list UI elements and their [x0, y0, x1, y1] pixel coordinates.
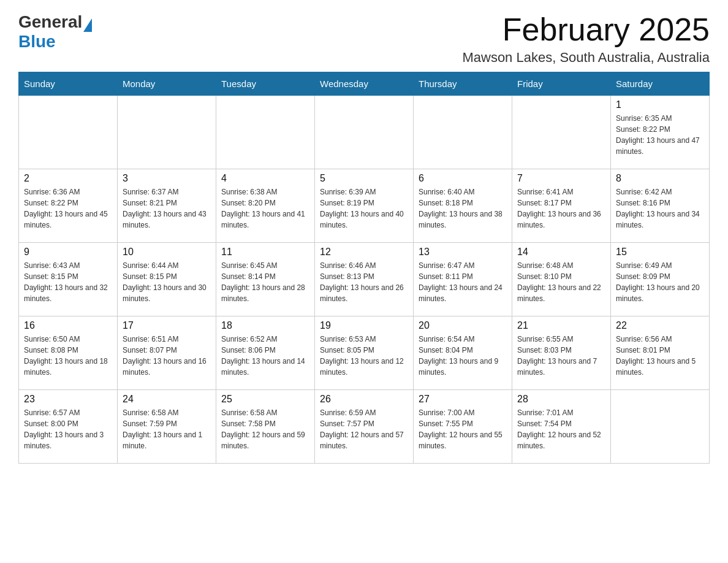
day-info: Sunrise: 7:01 AM Sunset: 7:54 PM Dayligh… [517, 407, 605, 451]
day-number: 5 [320, 173, 408, 184]
day-info: Sunrise: 6:35 AM Sunset: 8:22 PM Dayligh… [616, 113, 704, 157]
day-number: 24 [123, 394, 211, 405]
calendar-title: February 2025 [462, 12, 710, 47]
day-info: Sunrise: 6:47 AM Sunset: 8:11 PM Dayligh… [419, 260, 507, 304]
logo-general-text: General [18, 12, 82, 32]
day-cell [216, 96, 315, 169]
day-info: Sunrise: 6:43 AM Sunset: 8:15 PM Dayligh… [24, 260, 112, 304]
day-number: 20 [419, 320, 507, 331]
day-info: Sunrise: 6:53 AM Sunset: 8:05 PM Dayligh… [320, 334, 408, 378]
header-sunday: Sunday [19, 72, 118, 96]
day-info: Sunrise: 6:50 AM Sunset: 8:08 PM Dayligh… [24, 334, 112, 378]
day-info: Sunrise: 6:59 AM Sunset: 7:57 PM Dayligh… [320, 407, 408, 451]
day-cell: 15Sunrise: 6:49 AM Sunset: 8:09 PM Dayli… [611, 243, 710, 316]
day-cell: 18Sunrise: 6:52 AM Sunset: 8:06 PM Dayli… [216, 316, 315, 390]
calendar-header: Sunday Monday Tuesday Wednesday Thursday… [19, 72, 710, 96]
day-info: Sunrise: 6:45 AM Sunset: 8:14 PM Dayligh… [221, 260, 309, 304]
calendar-subtitle: Mawson Lakes, South Australia, Australia [462, 50, 710, 66]
day-info: Sunrise: 6:52 AM Sunset: 8:06 PM Dayligh… [221, 334, 309, 378]
header-wednesday: Wednesday [315, 72, 414, 96]
day-number: 26 [320, 394, 408, 405]
day-cell: 24Sunrise: 6:58 AM Sunset: 7:59 PM Dayli… [118, 390, 216, 464]
day-cell: 6Sunrise: 6:40 AM Sunset: 8:18 PM Daylig… [414, 169, 512, 243]
day-info: Sunrise: 6:42 AM Sunset: 8:16 PM Dayligh… [616, 186, 704, 231]
day-number: 10 [123, 247, 211, 258]
day-cell: 19Sunrise: 6:53 AM Sunset: 8:05 PM Dayli… [315, 316, 414, 390]
header-tuesday: Tuesday [216, 72, 315, 96]
day-cell: 17Sunrise: 6:51 AM Sunset: 8:07 PM Dayli… [118, 316, 216, 390]
day-number: 27 [419, 394, 507, 405]
day-info: Sunrise: 6:49 AM Sunset: 8:09 PM Dayligh… [616, 260, 704, 304]
day-cell: 9Sunrise: 6:43 AM Sunset: 8:15 PM Daylig… [19, 243, 118, 316]
week-row-3: 9Sunrise: 6:43 AM Sunset: 8:15 PM Daylig… [19, 243, 710, 316]
day-number: 21 [517, 320, 605, 331]
day-cell: 14Sunrise: 6:48 AM Sunset: 8:10 PM Dayli… [512, 243, 611, 316]
day-cell: 22Sunrise: 6:56 AM Sunset: 8:01 PM Dayli… [611, 316, 710, 390]
logo-blue-text: Blue [18, 32, 56, 52]
day-number: 14 [517, 247, 605, 258]
day-info: Sunrise: 6:54 AM Sunset: 8:04 PM Dayligh… [419, 334, 507, 378]
day-cell [19, 96, 118, 169]
day-number: 22 [616, 320, 704, 331]
day-cell: 10Sunrise: 6:44 AM Sunset: 8:15 PM Dayli… [118, 243, 216, 316]
page-header: General Blue February 2025 Mawson Lakes,… [18, 12, 710, 66]
day-cell: 26Sunrise: 6:59 AM Sunset: 7:57 PM Dayli… [315, 390, 414, 464]
calendar-body: 1Sunrise: 6:35 AM Sunset: 8:22 PM Daylig… [19, 96, 710, 464]
day-info: Sunrise: 6:41 AM Sunset: 8:17 PM Dayligh… [517, 186, 605, 231]
day-info: Sunrise: 6:51 AM Sunset: 8:07 PM Dayligh… [123, 334, 211, 378]
day-cell [414, 96, 512, 169]
calendar-table: Sunday Monday Tuesday Wednesday Thursday… [18, 72, 710, 464]
day-number: 8 [616, 173, 704, 184]
day-cell: 4Sunrise: 6:38 AM Sunset: 8:20 PM Daylig… [216, 169, 315, 243]
week-row-5: 23Sunrise: 6:57 AM Sunset: 8:00 PM Dayli… [19, 390, 710, 464]
day-info: Sunrise: 6:40 AM Sunset: 8:18 PM Dayligh… [419, 186, 507, 231]
day-cell: 2Sunrise: 6:36 AM Sunset: 8:22 PM Daylig… [19, 169, 118, 243]
day-number: 19 [320, 320, 408, 331]
day-info: Sunrise: 6:55 AM Sunset: 8:03 PM Dayligh… [517, 334, 605, 378]
week-row-2: 2Sunrise: 6:36 AM Sunset: 8:22 PM Daylig… [19, 169, 710, 243]
day-info: Sunrise: 6:58 AM Sunset: 7:59 PM Dayligh… [123, 407, 211, 451]
day-info: Sunrise: 6:44 AM Sunset: 8:15 PM Dayligh… [123, 260, 211, 304]
day-number: 23 [24, 394, 112, 405]
weekday-header-row: Sunday Monday Tuesday Wednesday Thursday… [19, 72, 710, 96]
day-number: 2 [24, 173, 112, 184]
day-cell: 23Sunrise: 6:57 AM Sunset: 8:00 PM Dayli… [19, 390, 118, 464]
day-info: Sunrise: 6:46 AM Sunset: 8:13 PM Dayligh… [320, 260, 408, 304]
header-thursday: Thursday [414, 72, 512, 96]
day-cell: 13Sunrise: 6:47 AM Sunset: 8:11 PM Dayli… [414, 243, 512, 316]
day-info: Sunrise: 6:48 AM Sunset: 8:10 PM Dayligh… [517, 260, 605, 304]
week-row-1: 1Sunrise: 6:35 AM Sunset: 8:22 PM Daylig… [19, 96, 710, 169]
day-cell: 27Sunrise: 7:00 AM Sunset: 7:55 PM Dayli… [414, 390, 512, 464]
day-cell: 11Sunrise: 6:45 AM Sunset: 8:14 PM Dayli… [216, 243, 315, 316]
day-cell [512, 96, 611, 169]
day-info: Sunrise: 6:36 AM Sunset: 8:22 PM Dayligh… [24, 186, 112, 231]
day-cell: 16Sunrise: 6:50 AM Sunset: 8:08 PM Dayli… [19, 316, 118, 390]
day-cell [118, 96, 216, 169]
logo-text-block: General Blue [18, 12, 92, 52]
day-info: Sunrise: 6:39 AM Sunset: 8:19 PM Dayligh… [320, 186, 408, 231]
day-number: 9 [24, 247, 112, 258]
day-info: Sunrise: 7:00 AM Sunset: 7:55 PM Dayligh… [419, 407, 507, 451]
day-cell [315, 96, 414, 169]
day-number: 7 [517, 173, 605, 184]
day-number: 28 [517, 394, 605, 405]
day-info: Sunrise: 6:38 AM Sunset: 8:20 PM Dayligh… [221, 186, 309, 231]
day-cell: 7Sunrise: 6:41 AM Sunset: 8:17 PM Daylig… [512, 169, 611, 243]
day-cell: 3Sunrise: 6:37 AM Sunset: 8:21 PM Daylig… [118, 169, 216, 243]
day-info: Sunrise: 6:57 AM Sunset: 8:00 PM Dayligh… [24, 407, 112, 451]
day-cell: 28Sunrise: 7:01 AM Sunset: 7:54 PM Dayli… [512, 390, 611, 464]
logo-triangle-icon [83, 18, 92, 32]
day-number: 13 [419, 247, 507, 258]
header-friday: Friday [512, 72, 611, 96]
header-monday: Monday [118, 72, 216, 96]
day-cell: 20Sunrise: 6:54 AM Sunset: 8:04 PM Dayli… [414, 316, 512, 390]
day-cell: 8Sunrise: 6:42 AM Sunset: 8:16 PM Daylig… [611, 169, 710, 243]
day-cell: 5Sunrise: 6:39 AM Sunset: 8:19 PM Daylig… [315, 169, 414, 243]
day-number: 25 [221, 394, 309, 405]
day-cell: 21Sunrise: 6:55 AM Sunset: 8:03 PM Dayli… [512, 316, 611, 390]
day-number: 4 [221, 173, 309, 184]
logo: General Blue [18, 12, 92, 52]
day-info: Sunrise: 6:37 AM Sunset: 8:21 PM Dayligh… [123, 186, 211, 231]
week-row-4: 16Sunrise: 6:50 AM Sunset: 8:08 PM Dayli… [19, 316, 710, 390]
header-saturday: Saturday [611, 72, 710, 96]
